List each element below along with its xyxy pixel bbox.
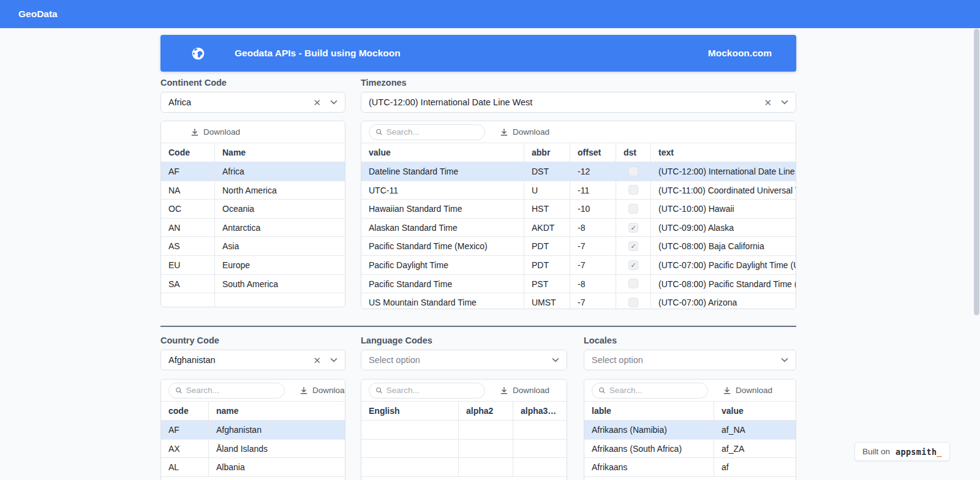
table-cell: PDT (524, 237, 570, 255)
language-select-placeholder: Select option (369, 355, 420, 365)
search-box (168, 383, 285, 399)
chevron-down-icon[interactable] (330, 358, 337, 362)
search-icon (175, 386, 183, 394)
search-input[interactable] (386, 127, 478, 137)
table-cell: (UTC-11:00) Coordinated Universal Time-1… (651, 181, 796, 200)
table-row[interactable]: Hawaiian Standard TimeHST-10(UTC-10:00) … (361, 200, 796, 219)
continent-table: CodeNameAFAfricaNANorth AmericaOCOceania… (161, 143, 345, 307)
download-button[interactable]: Download (190, 127, 240, 137)
app-header: GeoData (0, 0, 980, 28)
continent-table-card: Download CodeNameAFAfricaNANorth America… (160, 121, 345, 307)
timezones-table-card: Download valueabbroffsetdsttextDateline … (361, 121, 796, 309)
table-cell: Antarctica (215, 219, 345, 237)
table-cell (459, 458, 513, 476)
dst-checkbox[interactable] (628, 298, 638, 307)
table-cell (459, 421, 513, 439)
table-row[interactable]: ALAlbania (161, 458, 345, 477)
table-row[interactable]: OCOceania (161, 200, 345, 219)
search-input[interactable] (609, 386, 701, 395)
table-row[interactable]: ANAntarctica (161, 219, 345, 238)
table-row[interactable]: Pacific Daylight TimePDT-7✓(UTC-07:00) P… (361, 256, 796, 275)
table-row[interactable]: UTC-11U-11(UTC-11:00) Coordinated Univer… (361, 181, 796, 200)
table-row[interactable] (361, 458, 567, 477)
locales-table-card: Download lablevalueAfrikaans (Namibia)af… (584, 379, 796, 480)
table-row[interactable]: EUEurope (161, 256, 345, 275)
table-row[interactable]: AFAfghanistan (161, 421, 345, 440)
chevron-down-icon[interactable] (330, 100, 337, 105)
table-row[interactable]: AFAfrica (161, 162, 345, 181)
timezone-select[interactable]: (UTC-12:00) International Date Line West… (361, 92, 796, 113)
download-button[interactable]: Download (500, 386, 549, 395)
table-cell: Afrikaans (South Africa) (584, 440, 714, 458)
table-row[interactable] (361, 440, 567, 459)
table-cell: ✓ (616, 256, 651, 274)
table-cell: Afrikaans (584, 458, 714, 476)
table-row[interactable]: US Mountain Standard TimeUMST-7(UTC-07:0… (361, 293, 796, 309)
download-button[interactable]: Download (723, 386, 772, 395)
language-codes-label: Language Codes (361, 336, 432, 345)
banner-link[interactable]: Mockoon.com (708, 48, 772, 59)
table-row[interactable]: Pacific Standard TimePST-8(UTC-08:00) Pa… (361, 275, 796, 294)
dst-checkbox[interactable] (628, 279, 638, 288)
dst-checkbox[interactable]: ✓ (628, 260, 638, 270)
table-cell: AF (161, 162, 215, 181)
table-row[interactable]: Alaskan Standard TimeAKDT-8✓(UTC-09:00) … (361, 219, 796, 238)
table-row[interactable]: AXÅland Islands (161, 440, 345, 459)
table-row[interactable] (161, 293, 345, 307)
language-select[interactable]: Select option (361, 350, 567, 370)
table-row[interactable]: NANorth America (161, 181, 345, 200)
clear-icon[interactable]: ✕ (313, 98, 321, 107)
table-cell: Hawaiian Standard Time (361, 200, 524, 218)
table-cell: -11 (570, 181, 616, 200)
table-cell: -12 (570, 162, 616, 181)
table-row[interactable]: Afrikaans (Namibia)af_NA (584, 421, 796, 440)
table-header-row: Englishalpha2alpha3… (361, 402, 567, 421)
clear-icon[interactable]: ✕ (313, 356, 321, 365)
search-icon (375, 128, 383, 136)
download-icon (500, 128, 508, 137)
table-cell: (UTC-12:00) International Date Line West (651, 162, 796, 181)
table-cell: (UTC-08:00) Baja California (651, 237, 796, 255)
chevron-down-icon[interactable] (781, 358, 788, 362)
column-header: Name (215, 143, 345, 162)
chevron-down-icon[interactable] (781, 100, 788, 105)
clear-icon[interactable]: ✕ (764, 98, 772, 107)
dst-checkbox[interactable] (628, 167, 638, 176)
table-cell: af_ZA (714, 440, 796, 458)
table-row[interactable]: Dateline Standard TimeDST-12(UTC-12:00) … (361, 162, 796, 181)
dst-checkbox[interactable] (628, 185, 638, 195)
chevron-down-icon[interactable] (552, 358, 559, 362)
built-on-appsmith-badge[interactable]: Built on appsmith_ (854, 442, 950, 461)
vertical-scrollbar[interactable] (974, 29, 979, 315)
table-cell: Albania (209, 458, 345, 476)
continent-select[interactable]: Africa ✕ (160, 92, 345, 113)
search-input[interactable] (186, 386, 278, 395)
table-cell: DST (524, 162, 570, 181)
country-table: codenameAFAfghanistanAXÅland IslandsALAl… (161, 402, 345, 477)
table-row[interactable]: Afrikaans (South Africa)af_ZA (584, 440, 796, 459)
table-row[interactable]: ASAsia (161, 237, 345, 256)
locales-select[interactable]: Select option (584, 350, 796, 370)
table-cell (616, 275, 651, 293)
table-cell: -7 (570, 237, 616, 255)
country-code-label: Country Code (160, 336, 219, 345)
table-row[interactable]: SASouth America (161, 275, 345, 294)
dst-checkbox[interactable]: ✓ (628, 223, 638, 233)
download-button[interactable]: Download (300, 386, 345, 395)
country-select[interactable]: Afghanistan ✕ (160, 350, 345, 370)
continent-code-label: Continent Code (160, 78, 227, 88)
timezones-table: valueabbroffsetdsttextDateline Standard … (361, 143, 796, 309)
download-button[interactable]: Download (500, 127, 549, 137)
column-header: value (361, 143, 524, 162)
download-icon (190, 128, 199, 137)
table-row[interactable]: Pacific Standard Time (Mexico)PDT-7✓(UTC… (361, 237, 796, 256)
table-cell (361, 458, 459, 476)
table-cell: Pacific Standard Time (361, 275, 524, 293)
table-cell: af (714, 458, 796, 476)
dst-checkbox[interactable] (628, 204, 638, 214)
table-cell: ✓ (616, 219, 651, 237)
search-input[interactable] (386, 386, 478, 395)
table-row[interactable]: Afrikaansaf (584, 458, 796, 477)
table-row[interactable] (361, 421, 567, 440)
dst-checkbox[interactable]: ✓ (628, 241, 638, 251)
